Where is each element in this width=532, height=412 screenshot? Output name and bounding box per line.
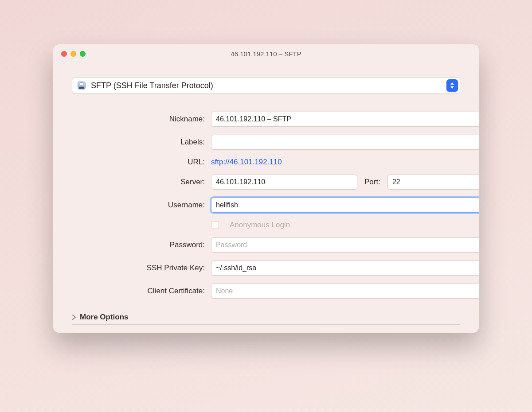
anonymous-login-checkbox xyxy=(211,221,219,229)
nickname-input[interactable] xyxy=(211,112,479,127)
protocol-select[interactable]: SFTP (SSH File Transfer Protocol) xyxy=(72,77,460,94)
disk-icon xyxy=(77,81,86,90)
port-label: Port: xyxy=(364,178,380,187)
more-options-toggle[interactable]: More Options xyxy=(72,311,460,322)
chevron-right-icon xyxy=(72,314,76,320)
divider xyxy=(72,324,460,325)
nickname-label: Nickname: xyxy=(72,115,205,124)
anonymous-login-row: Anonymous Login xyxy=(211,221,479,229)
username-input[interactable] xyxy=(211,198,479,213)
form: Nickname: Labels: URL: sftp://46.101.192… xyxy=(72,112,460,299)
username-label: Username: xyxy=(72,201,205,210)
bookmark-window: 46.101.192.110 – SFTP SFTP (SSH File Tra… xyxy=(53,44,479,333)
sshkey-label: SSH Private Key: xyxy=(72,264,205,272)
sshkey-select[interactable]: ~/.ssh/id_rsa xyxy=(211,260,479,276)
server-input[interactable] xyxy=(211,175,357,190)
sshkey-select-value: ~/.ssh/id_rsa xyxy=(216,264,256,272)
server-label: Server: xyxy=(72,178,205,187)
anonymous-login-label: Anonymous Login xyxy=(230,221,290,229)
labels-label: Labels: xyxy=(72,138,205,147)
password-label: Password: xyxy=(72,241,205,249)
more-options-label: More Options xyxy=(80,313,129,322)
cert-label: Client Certificate: xyxy=(72,287,205,295)
svg-rect-1 xyxy=(80,83,83,86)
protocol-row: SFTP (SSH File Transfer Protocol) xyxy=(72,77,460,94)
updown-icon xyxy=(446,79,458,92)
port-input[interactable] xyxy=(387,175,479,190)
svg-rect-2 xyxy=(79,87,84,89)
url-label: URL: xyxy=(72,158,205,167)
content: SFTP (SSH File Transfer Protocol) Nickna… xyxy=(53,64,479,333)
titlebar: 46.101.192.110 – SFTP xyxy=(53,44,479,64)
cert-select-value: None xyxy=(216,287,233,295)
protocol-select-label: SFTP (SSH File Transfer Protocol) xyxy=(91,81,213,90)
password-input[interactable] xyxy=(211,237,479,253)
labels-input[interactable] xyxy=(211,135,479,150)
cert-select: None xyxy=(211,284,479,299)
url-link[interactable]: sftp://46.101.192.110 xyxy=(211,158,282,167)
window-title: 46.101.192.110 – SFTP xyxy=(53,50,479,58)
